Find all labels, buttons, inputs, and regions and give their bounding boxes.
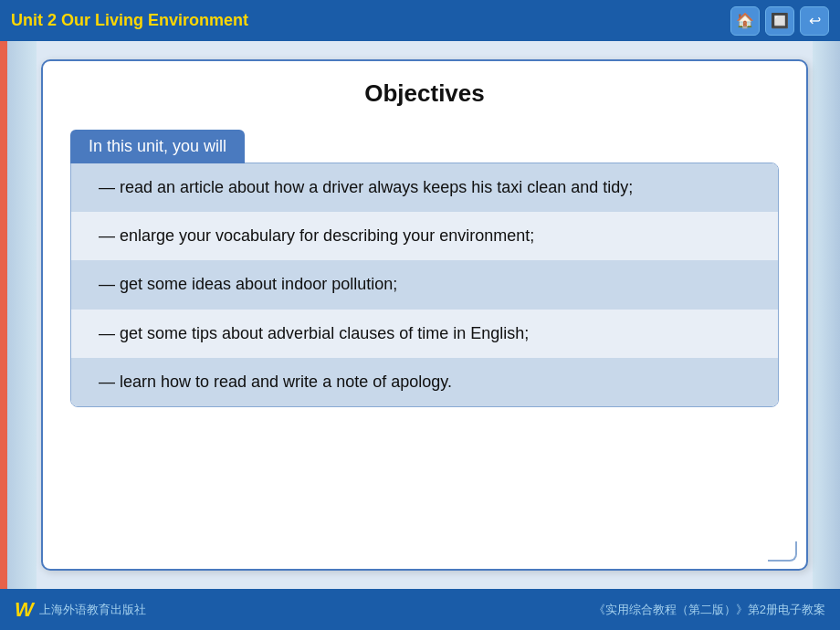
header-icons: 🏠 🔲 ↩ — [730, 6, 829, 36]
footer-bar: W 上海外语教育出版社 《实用综合教程（第二版）》第2册电子教案 — [0, 589, 840, 630]
side-left-decoration — [0, 41, 37, 589]
list-item: — read an article about how a driver alw… — [71, 163, 778, 212]
footer-logo: W 上海外语教育出版社 — [15, 598, 146, 622]
header-bar: Unit 2 Our Living Environment 🏠 🔲 ↩ — [0, 0, 840, 41]
slide-panel: Objectives In this unit, you will — read… — [41, 59, 808, 571]
unit-label: In this unit, you will — [70, 130, 245, 163]
list-item: — get some tips about adverbial clauses … — [71, 310, 778, 358]
list-item: — learn how to read and write a note of … — [71, 358, 778, 406]
main-content-area: Objectives In this unit, you will — read… — [37, 41, 813, 589]
objectives-list: — read an article about how a driver alw… — [70, 163, 779, 407]
slide-title: Objectives — [70, 79, 779, 108]
side-right-decoration — [813, 41, 840, 589]
view-icon-button[interactable]: 🔲 — [765, 6, 794, 36]
header-title: Unit 2 Our Living Environment — [11, 11, 248, 30]
logo-w: W — [15, 598, 34, 622]
logo-text: 上海外语教育出版社 — [39, 602, 146, 618]
footer-right-text: 《实用综合教程（第二版）》第2册电子教案 — [593, 602, 825, 618]
home-icon-button[interactable]: 🏠 — [730, 6, 760, 36]
list-item: — get some ideas about indoor pollution; — [71, 260, 778, 309]
back-icon-button[interactable]: ↩ — [800, 6, 829, 36]
list-item: — enlarge your vocabulary for describing… — [71, 212, 778, 260]
